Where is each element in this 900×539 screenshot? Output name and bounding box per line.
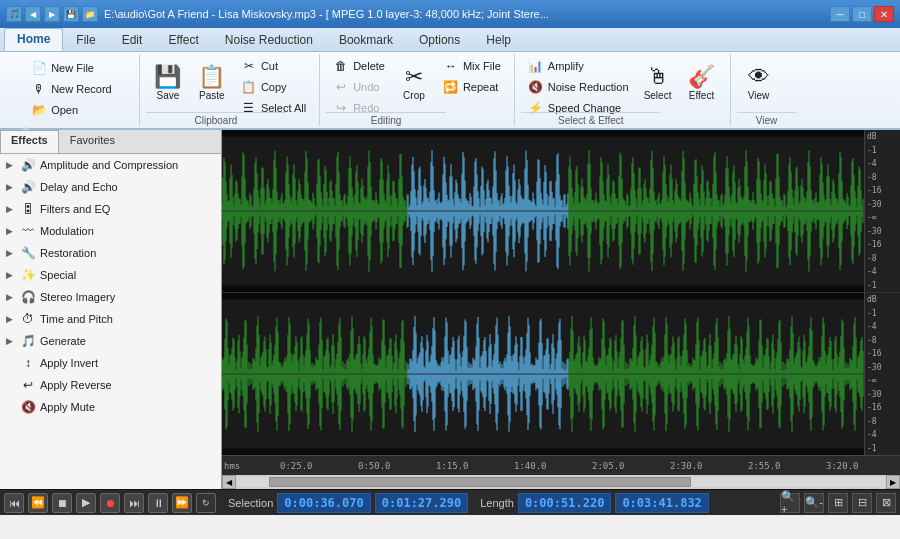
view-button[interactable]: 👁 View bbox=[737, 56, 781, 110]
effects-item-apply-mute[interactable]: 🔇 Apply Mute bbox=[0, 396, 221, 418]
effects-item-stereo[interactable]: ▶ 🎧 Stereo Imagery bbox=[0, 286, 221, 308]
cut-button[interactable]: ✂ Cut bbox=[234, 56, 313, 76]
apply-mute-label: Apply Mute bbox=[40, 401, 95, 413]
zoom-all-button[interactable]: ⊠ bbox=[876, 493, 896, 513]
effects-item-modulation[interactable]: ▶ 〰 Modulation bbox=[0, 220, 221, 242]
tab-help[interactable]: Help bbox=[473, 29, 524, 51]
tab-bookmark[interactable]: Bookmark bbox=[326, 29, 406, 51]
transport-stop[interactable]: ⏹ bbox=[52, 493, 72, 513]
effects-item-restoration[interactable]: ▶ 🔧 Restoration bbox=[0, 242, 221, 264]
transport-loop[interactable]: ↻ bbox=[196, 493, 216, 513]
zoom-fit-button[interactable]: ⊞ bbox=[828, 493, 848, 513]
scroll-left-button[interactable]: ◀ bbox=[222, 475, 236, 489]
zoom-in-button[interactable]: 🔍+ bbox=[780, 493, 800, 513]
copy-button[interactable]: 📋 Copy bbox=[234, 77, 313, 97]
open-label: Open bbox=[51, 104, 78, 116]
app-icons: 🎵 ◀ ▶ 💾 📁 bbox=[6, 6, 98, 22]
paste-icon: 📋 bbox=[198, 66, 225, 88]
restoration-icon: 🔧 bbox=[20, 245, 36, 261]
db-label-1c: -1 bbox=[867, 309, 898, 318]
close-button[interactable]: ✕ bbox=[874, 6, 894, 22]
ribbon-group-view: 👁 View View bbox=[731, 54, 791, 126]
db-label-16d: -16 bbox=[867, 403, 898, 412]
timeline-050: 0:50.0 bbox=[358, 461, 391, 471]
effects-item-generate[interactable]: ▶ 🎵 Generate bbox=[0, 330, 221, 352]
zoom-out-button[interactable]: 🔍- bbox=[804, 493, 824, 513]
delete-button[interactable]: 🗑 Delete bbox=[326, 56, 392, 76]
repeat-icon: 🔁 bbox=[443, 79, 459, 95]
scroll-track[interactable] bbox=[237, 477, 885, 487]
tab-effect[interactable]: Effect bbox=[155, 29, 211, 51]
effects-tab-effects[interactable]: Effects bbox=[0, 130, 59, 153]
db-label-db2: dB bbox=[867, 295, 898, 304]
window-controls[interactable]: ─ □ ✕ bbox=[830, 6, 894, 22]
transport-record[interactable]: ⏺ bbox=[100, 493, 120, 513]
crop-icon: ✂ bbox=[405, 66, 423, 88]
length-label: Length bbox=[480, 497, 514, 509]
transport-prev[interactable]: ⏪ bbox=[28, 493, 48, 513]
transport-fast-fwd[interactable]: ⏩ bbox=[172, 493, 192, 513]
effects-item-special[interactable]: ▶ ✨ Special bbox=[0, 264, 221, 286]
crop-label: Crop bbox=[403, 90, 425, 101]
new-record-button[interactable]: 🎙 New Record bbox=[24, 79, 119, 99]
transport-to-start[interactable]: ⏮ bbox=[4, 493, 24, 513]
effect-button[interactable]: 🎸 Effect bbox=[680, 56, 724, 110]
timeline-205: 2:05.0 bbox=[592, 461, 625, 471]
waveform-bottom-canvas[interactable] bbox=[222, 293, 864, 455]
undo-label: Undo bbox=[353, 81, 379, 93]
selection-end-value: 0:01:27.290 bbox=[375, 493, 468, 513]
scroll-thumb[interactable] bbox=[269, 477, 690, 487]
db-label-infc: -∞ bbox=[867, 376, 898, 385]
db-label-16: -16 bbox=[867, 186, 898, 195]
db-label-8d: -8 bbox=[867, 417, 898, 426]
timeline: hms 0:25.0 0:50.0 1:15.0 1:40.0 2:05.0 2… bbox=[222, 455, 900, 475]
db-label-4c: -4 bbox=[867, 322, 898, 331]
minimize-button[interactable]: ─ bbox=[830, 6, 850, 22]
transport-next[interactable]: ⏭ bbox=[124, 493, 144, 513]
clipboard-group-label: Clipboard bbox=[146, 112, 286, 126]
db-label-4d: -4 bbox=[867, 430, 898, 439]
maximize-button[interactable]: □ bbox=[852, 6, 872, 22]
selection-label: Selection bbox=[228, 497, 273, 509]
mix-file-button[interactable]: ↔ Mix File bbox=[436, 56, 508, 76]
length-value: 0:00:51.220 bbox=[518, 493, 611, 513]
repeat-button[interactable]: 🔁 Repeat bbox=[436, 77, 508, 97]
effects-item-apply-invert[interactable]: ↕ Apply Invert bbox=[0, 352, 221, 374]
select-button[interactable]: 🖱 Select bbox=[636, 56, 680, 110]
generate-icon: 🎵 bbox=[20, 333, 36, 349]
transport-play[interactable]: ▶ bbox=[76, 493, 96, 513]
paste-button[interactable]: 📋 Paste bbox=[190, 56, 234, 110]
new-file-button[interactable]: 📄 New File bbox=[24, 58, 101, 78]
open-button[interactable]: 📂 Open bbox=[24, 100, 85, 120]
zoom-sel-button[interactable]: ⊟ bbox=[852, 493, 872, 513]
crop-button[interactable]: ✂ Crop bbox=[392, 56, 436, 110]
noise-reduction-button[interactable]: 🔇 Noise Reduction bbox=[521, 77, 636, 97]
db-label-30c: -30 bbox=[867, 363, 898, 372]
effects-item-filters[interactable]: ▶ 🎛 Filters and EQ bbox=[0, 198, 221, 220]
ribbon-group-editing: 🗑 Delete ↩ Undo ↪ Redo ✂ Crop ↔ Mix File bbox=[320, 54, 515, 126]
save-button[interactable]: 💾 Save bbox=[146, 56, 190, 110]
effects-item-delay[interactable]: ▶ 🔊 Delay and Echo bbox=[0, 176, 221, 198]
expand-arrow-7: ▶ bbox=[6, 292, 16, 302]
tab-noise-reduction[interactable]: Noise Reduction bbox=[212, 29, 326, 51]
amplify-icon: 📊 bbox=[528, 58, 544, 74]
restoration-label: Restoration bbox=[40, 247, 96, 259]
new-file-icon: 📄 bbox=[31, 60, 47, 76]
effects-item-amplitude[interactable]: ▶ 🔊 Amplitude and Compression bbox=[0, 154, 221, 176]
stereo-label: Stereo Imagery bbox=[40, 291, 115, 303]
waveform-top-canvas[interactable] bbox=[222, 130, 864, 292]
effects-tab-favorites[interactable]: Favorites bbox=[59, 130, 126, 153]
transport-pause[interactable]: ⏸ bbox=[148, 493, 168, 513]
effects-item-apply-reverse[interactable]: ↩ Apply Reverse bbox=[0, 374, 221, 396]
undo-button[interactable]: ↩ Undo bbox=[326, 77, 392, 97]
copy-label: Copy bbox=[261, 81, 287, 93]
tab-edit[interactable]: Edit bbox=[109, 29, 156, 51]
total-length-value: 0:03:41.832 bbox=[615, 493, 708, 513]
tab-file[interactable]: File bbox=[63, 29, 108, 51]
amplify-button[interactable]: 📊 Amplify bbox=[521, 56, 636, 76]
scroll-right-button[interactable]: ▶ bbox=[886, 475, 900, 489]
expand-arrow-9: ▶ bbox=[6, 336, 16, 346]
tab-options[interactable]: Options bbox=[406, 29, 473, 51]
effects-item-time[interactable]: ▶ ⏱ Time and Pitch bbox=[0, 308, 221, 330]
tab-home[interactable]: Home bbox=[4, 28, 63, 51]
